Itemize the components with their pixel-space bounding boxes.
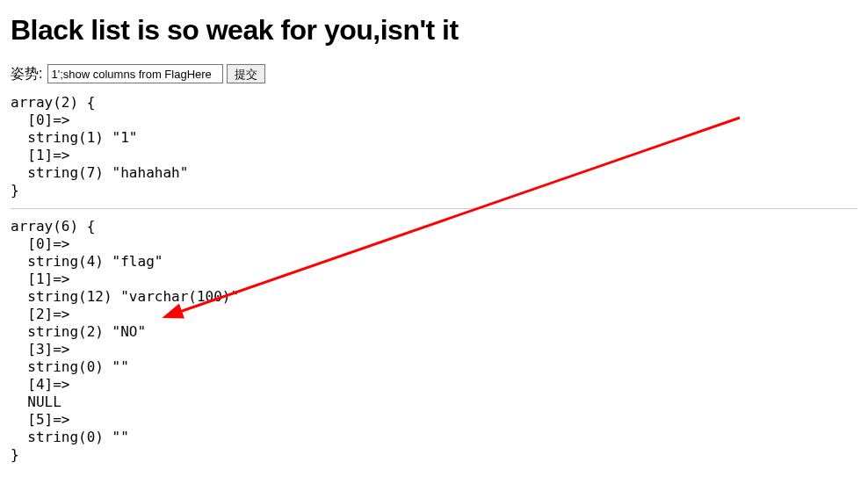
query-input[interactable]: [47, 64, 223, 83]
submit-button[interactable]: 提交: [227, 64, 265, 83]
divider: [11, 208, 857, 209]
var-dump-2: array(6) { [0]=> string(4) "flag" [1]=> …: [11, 218, 857, 464]
input-label: 姿势:: [11, 65, 42, 83]
page-title: Black list is so weak for you,isn't it: [11, 14, 857, 47]
var-dump-1: array(2) { [0]=> string(1) "1" [1]=> str…: [11, 94, 857, 199]
query-form: 姿势: 提交: [11, 64, 857, 83]
